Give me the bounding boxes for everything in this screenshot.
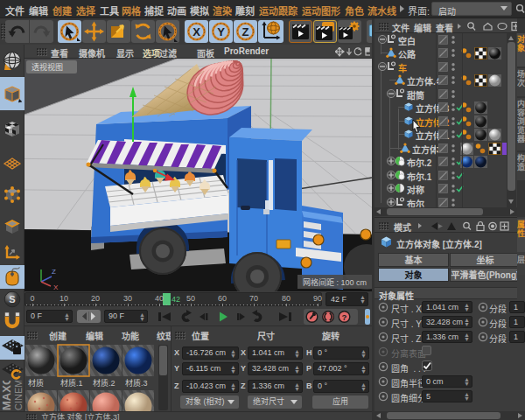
svg-text:Z: Z xyxy=(242,25,249,38)
svg-text:X: X xyxy=(53,284,59,291)
svg-text:材质.1: 材质.1 xyxy=(60,378,83,388)
svg-text:S: S xyxy=(9,294,15,304)
svg-text:Y: Y xyxy=(217,25,225,38)
svg-text:材质.2: 材质.2 xyxy=(93,378,116,388)
svg-text:Z: Z xyxy=(52,268,56,276)
svg-text:MAXON: MAXON xyxy=(0,381,13,410)
svg-text:X: X xyxy=(192,25,200,38)
svg-text:材质: 材质 xyxy=(28,378,44,388)
svg-text:CINEMA: CINEMA xyxy=(13,381,24,410)
svg-text:?: ? xyxy=(342,312,347,322)
svg-text:材质.3: 材质.3 xyxy=(125,378,148,388)
svg-text:透视视图: 透视视图 xyxy=(32,62,63,72)
svg-text:网格间距 : 100 cm: 网格间距 : 100 cm xyxy=(303,277,367,287)
